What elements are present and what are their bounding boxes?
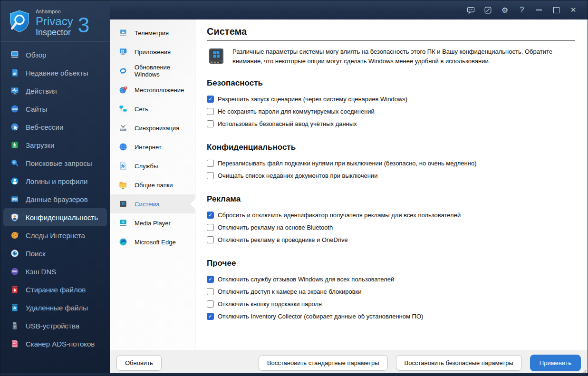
option-label: Отключить рекламу в проводнике и OneDriv… — [218, 236, 348, 243]
checkbox[interactable] — [207, 300, 214, 308]
option-row[interactable]: Использовать безопасный ввод учётных дан… — [207, 117, 575, 130]
checkbox[interactable] — [207, 236, 214, 243]
section-heading-other: Прочее — [207, 259, 575, 268]
sidebar-item-file-wiping[interactable]: Стирание файлов — [3, 280, 107, 299]
ads-scanner-document-icon: ADS — [10, 339, 19, 348]
sidebar-item-websites[interactable]: www Сайты — [3, 100, 107, 118]
option-row[interactable]: Сбросить и отключить идентификатор получ… — [207, 209, 575, 221]
sidebar-item-label: Сканер ADS-потоков — [26, 340, 95, 348]
location-icon — [118, 85, 128, 95]
sidebar-item-label: Сайты — [26, 105, 47, 113]
option-label: Перезаписывать файл подкачки нулями при … — [218, 160, 477, 167]
sidebar-item-ads-scanner[interactable]: ADS Сканер ADS-потоков — [3, 335, 107, 353]
category-location[interactable]: Местоположение — [110, 80, 195, 99]
checkbox[interactable] — [207, 120, 214, 127]
help-button[interactable]: ? — [513, 3, 530, 17]
sidebar-item-recent-objects[interactable]: Недавние объекты — [3, 64, 107, 82]
sidebar-item-actions[interactable]: Действия — [3, 82, 107, 100]
section-heading-security: Безопасность — [207, 78, 575, 88]
sidebar-item-label: Веб-сессии — [26, 123, 63, 131]
checkbox[interactable] — [207, 172, 214, 179]
checkbox[interactable] — [207, 212, 214, 219]
minimize-button[interactable] — [530, 3, 548, 17]
sidebar-item-search[interactable]: Поиск — [3, 244, 107, 262]
app-logo: Ashampoo Privacy Inspector 3 — [0, 0, 110, 42]
refresh-button[interactable]: Обновить — [116, 355, 162, 371]
sidebar-item-label: Поисковые запросы — [26, 159, 92, 167]
checkbox[interactable] — [207, 108, 214, 115]
category-label: Синхронизация — [135, 125, 179, 132]
option-row[interactable]: Не сохранять пароли для коммутируемых со… — [207, 105, 575, 117]
option-label: Не сохранять пароли для коммутируемых со… — [218, 108, 375, 115]
category-sync[interactable]: Синхронизация — [110, 118, 195, 137]
close-button[interactable]: ✕ — [565, 3, 582, 17]
sidebar-item-label: Удаленные файлы — [26, 304, 88, 312]
sidebar-item-logins-profiles[interactable]: Логины и профили — [3, 172, 107, 190]
restore-safe-button[interactable]: Восстановить безопасные параметры — [396, 355, 522, 371]
settings-gear-icon[interactable]: ⚙ — [496, 3, 513, 17]
category-label: Интернет — [135, 144, 162, 151]
window-bottom-border — [0, 373, 588, 376]
restore-default-button[interactable]: Восстановить стандартные параметры — [259, 355, 388, 371]
usb-devices-icon — [10, 321, 19, 330]
category-internet[interactable]: Интернет — [110, 137, 195, 156]
sidebar-item-browser-data[interactable]: Данные браузеров — [3, 190, 107, 208]
category-label: Обновление Windows — [135, 64, 195, 78]
services-gear-page-icon — [118, 161, 128, 171]
option-row[interactable]: Отключить службу отзывов Windows для все… — [207, 273, 575, 285]
checkbox[interactable] — [207, 276, 214, 283]
sidebar-item-label: Кэш DNS — [26, 268, 56, 276]
checkbox[interactable] — [207, 288, 214, 295]
footer-bar: Обновить Восстановить стандартные параме… — [110, 350, 588, 376]
microsoft-edge-icon — [118, 237, 128, 247]
sidebar-item-usb-devices[interactable]: USB-устройства — [3, 317, 107, 335]
checkbox[interactable] — [207, 313, 214, 320]
feedback-icon[interactable] — [462, 3, 479, 17]
sidebar-item-label: Загрузки — [26, 141, 54, 149]
sidebar-item-deleted-files[interactable]: Удаленные файлы — [3, 299, 107, 317]
option-row[interactable]: Отключить рекламу в проводнике и OneDriv… — [207, 233, 575, 246]
system-drive-large-icon — [207, 47, 226, 66]
title-divider — [207, 40, 575, 41]
option-label: Отключить службу отзывов Windows для все… — [218, 276, 394, 283]
checkbox[interactable] — [207, 160, 214, 167]
category-system[interactable]: Система — [110, 194, 195, 213]
category-applications[interactable]: Приложения — [110, 42, 195, 61]
sidebar-item-downloads[interactable]: Загрузки — [3, 136, 107, 154]
maximize-button[interactable] — [548, 3, 565, 17]
sidebar-item-privacy[interactable]: Конфиденциальность — [3, 208, 107, 226]
option-row[interactable]: Отключить рекламу на основе Bluetooth — [207, 221, 575, 233]
category-network[interactable]: Сеть — [110, 99, 195, 118]
sidebar-item-overview[interactable]: Обзор — [3, 46, 107, 64]
sidebar-item-label: Данные браузеров — [26, 195, 88, 203]
sidebar-item-web-sessions[interactable]: Веб-сессии — [3, 118, 107, 136]
category-media-player[interactable]: Media Player — [110, 213, 195, 232]
option-row[interactable]: Очищать список недавних документов при в… — [207, 169, 575, 182]
category-telemetry[interactable]: Телеметрия — [110, 23, 195, 42]
category-microsoft-edge[interactable]: Microsoft Edge — [110, 232, 195, 251]
option-row[interactable]: Отключить кнопку подсказки пароля — [207, 298, 575, 310]
option-row[interactable]: Перезаписывать файл подкачки нулями при … — [207, 157, 575, 169]
option-row[interactable]: Отключить доступ к камере на экране блок… — [207, 285, 575, 298]
category-panel: Телеметрия Приложения Обновление Windows… — [110, 19, 195, 350]
notes-edit-icon[interactable] — [479, 3, 496, 17]
sidebar-item-label: USB-устройства — [26, 322, 79, 330]
dns-cache-icon: DNS — [10, 267, 19, 276]
category-windows-update[interactable]: Обновление Windows — [110, 61, 195, 80]
network-icon — [118, 104, 128, 114]
actions-monitor-pulse-icon — [10, 86, 19, 96]
page-title: Система — [207, 26, 575, 37]
sidebar-item-internet-traces[interactable]: Следы Интернета — [3, 226, 107, 244]
internet-globe-icon — [118, 142, 128, 152]
checkbox[interactable] — [207, 96, 214, 103]
option-row[interactable]: Разрешить запуск сценариев (через систем… — [207, 93, 575, 105]
sidebar-item-search-queries[interactable]: Поисковые запросы — [3, 154, 107, 172]
sidebar-item-dns-cache[interactable]: DNS Кэш DNS — [3, 262, 107, 280]
sidebar-item-label: Конфиденциальность — [26, 213, 98, 222]
option-row[interactable]: Отключить Inventory Collector (собирает … — [207, 310, 575, 322]
category-shared-folders[interactable]: Общие папки — [110, 175, 195, 194]
apply-button[interactable]: Применить — [530, 355, 581, 371]
category-services[interactable]: Службы — [110, 156, 195, 175]
sidebar-item-label: Поиск — [26, 250, 46, 258]
checkbox[interactable] — [207, 224, 214, 231]
